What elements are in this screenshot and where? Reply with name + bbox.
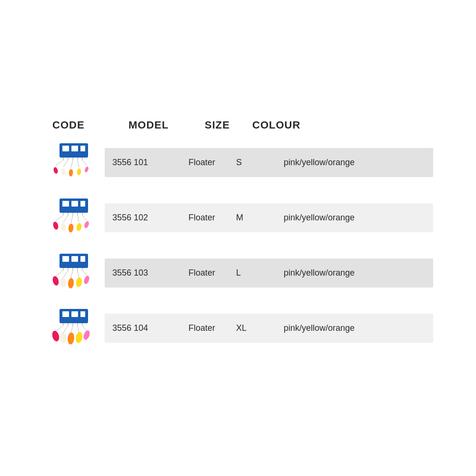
svg-line-14 xyxy=(56,160,63,166)
svg-point-11 xyxy=(69,169,73,177)
svg-line-71 xyxy=(56,326,63,331)
svg-point-32 xyxy=(83,220,89,228)
table-header: CODE MODEL SIZE COLOUR xyxy=(52,119,433,136)
header-model: MODEL xyxy=(129,119,205,131)
row-data: 3556 104 Floater XL pink/yellow/orange xyxy=(105,314,433,343)
cell-size: L xyxy=(236,268,284,278)
cell-code: 3556 102 xyxy=(112,213,188,223)
svg-line-56 xyxy=(82,270,87,276)
svg-point-29 xyxy=(60,223,66,231)
svg-line-33 xyxy=(56,215,63,221)
svg-line-54 xyxy=(71,270,73,278)
svg-point-67 xyxy=(60,332,67,343)
svg-line-17 xyxy=(78,160,79,167)
table-rows: 3556 101 Floater S pink/yellow/orange xyxy=(43,136,433,354)
product-image xyxy=(43,139,105,186)
svg-line-36 xyxy=(78,215,79,222)
table-row: 3556 102 Floater M pink/yellow/orange xyxy=(43,191,433,244)
header-size: SIZE xyxy=(205,119,252,131)
cell-model: Floater xyxy=(188,158,236,168)
svg-point-69 xyxy=(75,331,83,343)
svg-line-34 xyxy=(63,215,68,222)
svg-rect-22 xyxy=(80,201,85,207)
cell-model: Floater xyxy=(188,268,236,278)
svg-point-66 xyxy=(51,330,60,342)
svg-point-10 xyxy=(61,169,66,176)
product-image xyxy=(43,304,105,352)
cell-colour: pink/yellow/orange xyxy=(284,323,426,333)
cell-colour: pink/yellow/orange xyxy=(284,268,426,278)
cell-colour: pink/yellow/orange xyxy=(284,213,426,223)
header-colour: COLOUR xyxy=(252,119,395,131)
svg-point-49 xyxy=(68,278,74,289)
svg-rect-60 xyxy=(80,311,85,317)
svg-line-74 xyxy=(78,326,79,333)
table-row: 3556 104 Floater XL pink/yellow/orange xyxy=(43,302,433,354)
cell-code: 3556 101 xyxy=(112,158,188,168)
svg-rect-20 xyxy=(62,201,69,207)
svg-rect-3 xyxy=(80,146,85,151)
svg-point-70 xyxy=(82,329,91,340)
header-code: CODE xyxy=(52,119,129,131)
svg-point-51 xyxy=(83,275,90,285)
svg-point-47 xyxy=(52,276,60,286)
svg-point-12 xyxy=(77,168,82,175)
svg-line-73 xyxy=(71,326,73,333)
svg-line-72 xyxy=(63,326,68,333)
table-row: 3556 103 Floater L pink/yellow/orange xyxy=(43,247,433,299)
cell-model: Floater xyxy=(188,323,236,333)
svg-point-68 xyxy=(67,332,75,345)
product-image xyxy=(43,249,105,297)
svg-rect-39 xyxy=(62,256,69,262)
svg-rect-58 xyxy=(62,311,69,317)
svg-point-28 xyxy=(52,221,59,230)
svg-point-48 xyxy=(60,278,67,288)
cell-colour: pink/yellow/orange xyxy=(284,158,426,168)
svg-line-18 xyxy=(82,160,87,165)
svg-line-35 xyxy=(71,215,73,223)
svg-rect-2 xyxy=(71,146,78,151)
row-data: 3556 102 Floater M pink/yellow/orange xyxy=(105,203,433,232)
svg-point-30 xyxy=(68,223,74,233)
svg-rect-40 xyxy=(71,256,78,262)
cell-code: 3556 103 xyxy=(112,268,188,278)
cell-code: 3556 104 xyxy=(112,323,188,333)
svg-rect-21 xyxy=(71,201,78,207)
row-data: 3556 101 Floater S pink/yellow/orange xyxy=(105,148,433,177)
svg-line-16 xyxy=(71,160,73,168)
svg-point-9 xyxy=(53,167,59,174)
product-image xyxy=(43,194,105,241)
svg-point-13 xyxy=(84,166,89,173)
table-row: 3556 101 Floater S pink/yellow/orange xyxy=(43,136,433,188)
cell-model: Floater xyxy=(188,213,236,223)
row-data: 3556 103 Floater L pink/yellow/orange xyxy=(105,258,433,288)
svg-line-53 xyxy=(63,270,68,278)
svg-line-52 xyxy=(56,270,63,276)
svg-line-55 xyxy=(78,270,79,278)
svg-point-31 xyxy=(76,223,82,232)
svg-rect-1 xyxy=(62,146,69,151)
cell-size: S xyxy=(236,158,284,168)
svg-rect-59 xyxy=(71,311,78,317)
svg-line-37 xyxy=(82,215,87,220)
svg-line-75 xyxy=(82,326,87,331)
svg-rect-41 xyxy=(80,256,85,262)
svg-point-50 xyxy=(75,277,82,288)
product-table: CODE MODEL SIZE COLOUR xyxy=(43,119,433,357)
cell-size: M xyxy=(236,213,284,223)
svg-line-15 xyxy=(63,160,68,167)
cell-size: XL xyxy=(236,323,284,333)
